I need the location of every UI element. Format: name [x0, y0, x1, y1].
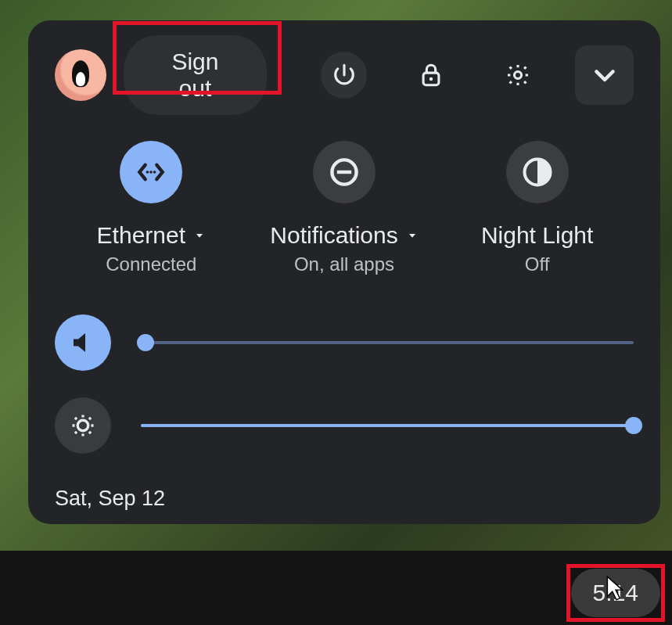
notifications-toggle[interactable]: [313, 141, 376, 203]
network-toggle[interactable]: [120, 141, 182, 203]
volume-slider[interactable]: [141, 333, 634, 352]
settings-button[interactable]: [494, 52, 541, 99]
lock-button[interactable]: [408, 52, 454, 99]
status-area: 5:14: [571, 569, 660, 617]
volume-button[interactable]: [55, 314, 111, 371]
slider-thumb[interactable]: [625, 417, 642, 434]
svg-point-5: [153, 171, 156, 174]
chevron-down-icon: [591, 61, 619, 89]
clock-pill[interactable]: 5:14: [571, 569, 660, 617]
tile-notifications: Notifications On, all apps: [250, 141, 438, 275]
quick-tiles-row: Ethernet Connected Notifications On, all…: [55, 141, 634, 275]
brightness-slider[interactable]: [141, 416, 634, 435]
notifications-title: Notifications: [270, 222, 397, 249]
night-light-icon: [520, 155, 555, 189]
network-status: Connected: [106, 253, 196, 275]
svg-point-3: [146, 171, 149, 174]
speaker-icon: [69, 329, 97, 357]
notifications-status: On, all apps: [294, 253, 394, 275]
date-label[interactable]: Sat, Sep 12: [55, 487, 634, 511]
caret-down-icon: [193, 229, 206, 242]
svg-point-1: [429, 77, 433, 81]
lock-icon: [418, 62, 444, 88]
network-title: Ethernet: [97, 222, 185, 249]
sign-out-container: Sign out: [124, 35, 267, 115]
network-title-row[interactable]: Ethernet: [97, 222, 206, 249]
tile-night-light: Night Light Off: [444, 141, 631, 275]
slider-thumb[interactable]: [137, 334, 154, 351]
panel-header: Sign out: [55, 44, 634, 106]
power-icon: [331, 62, 358, 88]
user-avatar[interactable]: [55, 49, 106, 101]
night-light-toggle[interactable]: [506, 141, 569, 203]
quick-settings-panel: Sign out Ethernet Connected: [28, 20, 660, 524]
night-light-status: Off: [525, 253, 550, 275]
night-light-title: Night Light: [481, 222, 593, 249]
night-light-title-row[interactable]: Night Light: [481, 222, 593, 249]
svg-point-4: [149, 171, 153, 174]
clock-time: 5:14: [593, 580, 638, 606]
sign-out-button[interactable]: Sign out: [124, 35, 267, 115]
volume-row: [55, 314, 634, 371]
gear-icon: [505, 62, 531, 88]
power-button[interactable]: [321, 52, 367, 99]
brightness-row: [55, 397, 634, 454]
svg-point-2: [514, 71, 521, 78]
brightness-icon: [69, 411, 97, 440]
ethernet-icon: [134, 155, 168, 189]
collapse-button[interactable]: [575, 45, 634, 105]
svg-point-9: [77, 420, 88, 431]
dnd-icon: [327, 155, 361, 189]
caret-down-icon: [406, 229, 419, 242]
slider-track: [141, 341, 634, 344]
notifications-title-row[interactable]: Notifications: [270, 222, 418, 249]
brightness-button[interactable]: [55, 397, 111, 454]
tile-network: Ethernet Connected: [57, 141, 245, 275]
slider-fill: [141, 424, 634, 427]
